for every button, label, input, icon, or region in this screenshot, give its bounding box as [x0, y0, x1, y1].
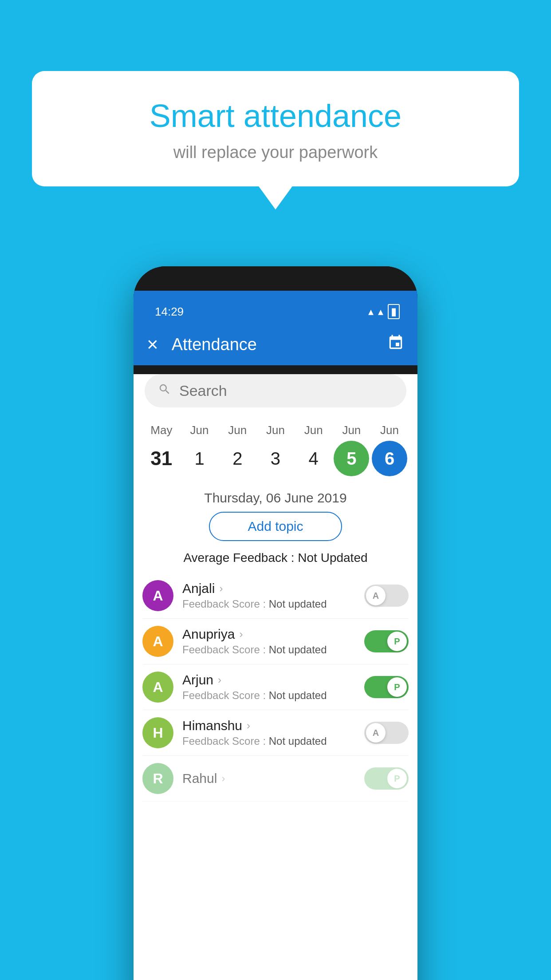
avg-feedback-label: Average Feedback :: [183, 551, 294, 565]
avatar: R: [142, 763, 173, 794]
calendar-icon[interactable]: [387, 334, 404, 355]
average-feedback: Average Feedback : Not Updated: [134, 551, 417, 565]
student-feedback: Feedback Score : Not updated: [182, 689, 364, 702]
list-item: A Arjun › Feedback Score : Not updated P: [142, 664, 409, 710]
calendar-month-0: May: [144, 423, 179, 437]
toggle-knob: A: [366, 723, 386, 743]
calendar-months: May Jun Jun Jun Jun Jun Jun: [142, 423, 409, 437]
close-button[interactable]: ×: [147, 333, 158, 356]
student-info[interactable]: Anupriya › Feedback Score : Not updated: [182, 627, 364, 656]
toggle-knob: A: [366, 586, 386, 605]
list-item: A Anjali › Feedback Score : Not updated …: [142, 573, 409, 619]
avg-feedback-value: Not Updated: [298, 551, 367, 565]
calendar-month-2: Jun: [220, 423, 255, 437]
search-input[interactable]: [179, 382, 393, 399]
calendar-day-4[interactable]: 4: [296, 441, 331, 476]
student-name: Rahul ›: [182, 771, 364, 786]
status-bar: 14:29 ▴ ▴ ▮: [134, 291, 417, 324]
calendar-days: 31 1 2 3 4 5 6: [142, 441, 409, 476]
student-feedback: Feedback Score : Not updated: [182, 735, 364, 747]
student-feedback: Feedback Score : Not updated: [182, 644, 364, 656]
calendar-month-1: Jun: [182, 423, 217, 437]
calendar-day-1[interactable]: 1: [182, 441, 217, 476]
speech-bubble-subtitle: will replace your paperwork: [67, 143, 484, 162]
phone-frame: 14:29 ▴ ▴ ▮ × Attendance: [134, 266, 417, 980]
student-info: Rahul ›: [182, 771, 364, 786]
chevron-right-icon: ›: [247, 719, 250, 732]
calendar-month-5: Jun: [334, 423, 369, 437]
calendar-day-6[interactable]: 6: [372, 441, 407, 476]
status-icons: ▴ ▴ ▮: [368, 304, 400, 319]
toggle-knob: P: [387, 677, 407, 697]
student-name: Arjun ›: [182, 672, 364, 688]
phone-top-bezel: [134, 266, 417, 291]
calendar-strip: May Jun Jun Jun Jun Jun Jun 31 1 2 3 4 5…: [134, 416, 417, 483]
wifi-icon: ▴: [368, 305, 374, 318]
list-item: H Himanshu › Feedback Score : Not update…: [142, 710, 409, 756]
avatar: A: [142, 672, 173, 703]
calendar-month-6: Jun: [372, 423, 407, 437]
calendar-month-3: Jun: [258, 423, 293, 437]
phone-notch: [253, 266, 298, 281]
avatar: A: [142, 626, 173, 657]
list-item: A Anupriya › Feedback Score : Not update…: [142, 619, 409, 664]
student-name: Anupriya ›: [182, 627, 364, 642]
chevron-right-icon: ›: [218, 674, 221, 686]
attendance-toggle[interactable]: P: [364, 767, 409, 790]
attendance-toggle[interactable]: P: [364, 630, 409, 652]
search-icon: [158, 383, 171, 399]
calendar-day-2[interactable]: 2: [220, 441, 255, 476]
calendar-day-5[interactable]: 5: [334, 441, 369, 476]
attendance-toggle[interactable]: P: [364, 676, 409, 698]
calendar-month-4: Jun: [296, 423, 331, 437]
student-name: Himanshu ›: [182, 718, 364, 733]
calendar-day-3[interactable]: 3: [258, 441, 293, 476]
student-info[interactable]: Anjali › Feedback Score : Not updated: [182, 581, 364, 610]
speech-bubble: Smart attendance will replace your paper…: [32, 71, 519, 186]
student-info[interactable]: Himanshu › Feedback Score : Not updated: [182, 718, 364, 747]
phone-screen: May Jun Jun Jun Jun Jun Jun 31 1 2 3 4 5…: [134, 374, 417, 980]
add-topic-button[interactable]: Add topic: [209, 512, 342, 541]
student-info[interactable]: Arjun › Feedback Score : Not updated: [182, 672, 364, 702]
attendance-toggle[interactable]: A: [364, 722, 409, 744]
avatar: A: [142, 580, 173, 611]
speech-bubble-title: Smart attendance: [67, 98, 484, 134]
avatar: H: [142, 717, 173, 748]
selected-date: Thursday, 06 June 2019: [134, 490, 417, 506]
chevron-right-icon: ›: [239, 628, 243, 640]
app-bar-title: Attendance: [172, 335, 387, 354]
toggle-knob: P: [387, 632, 407, 651]
chevron-right-icon: ›: [221, 772, 225, 785]
list-item: R Rahul › P: [142, 756, 409, 802]
app-bar: × Attendance: [134, 324, 417, 365]
status-time: 14:29: [155, 305, 184, 319]
attendance-toggle[interactable]: A: [364, 585, 409, 607]
student-list: A Anjali › Feedback Score : Not updated …: [134, 573, 417, 802]
signal-icon: ▴: [378, 305, 383, 318]
calendar-day-31[interactable]: 31: [144, 441, 179, 476]
student-feedback: Feedback Score : Not updated: [182, 598, 364, 610]
search-bar[interactable]: [145, 374, 406, 407]
chevron-right-icon: ›: [219, 582, 223, 595]
toggle-knob: P: [387, 769, 407, 788]
battery-icon: ▮: [388, 304, 400, 319]
student-name: Anjali ›: [182, 581, 364, 596]
